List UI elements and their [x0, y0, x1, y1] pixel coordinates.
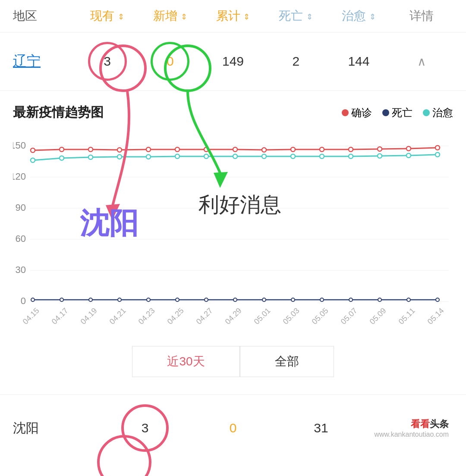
death-dot-4: [118, 298, 121, 301]
confirmed-dot-8: [233, 147, 237, 152]
shenyang-current: 3: [101, 404, 189, 452]
svg-text:05.14: 05.14: [426, 306, 446, 326]
liaoning-new: 0: [139, 42, 202, 81]
chart-legend: 确诊 死亡 治愈: [342, 106, 453, 120]
liaoning-cumulative: 149: [202, 54, 264, 69]
healed-dot-12: [349, 154, 353, 159]
header-current: 现有 ⇕: [76, 8, 139, 24]
death-dot: [382, 109, 389, 116]
svg-text:30: 30: [16, 264, 26, 275]
liaoning-current-circle: 3: [88, 42, 127, 81]
svg-text:05.01: 05.01: [252, 306, 272, 326]
healed-dot-7: [204, 154, 208, 159]
confirmed-dot-14: [406, 146, 411, 151]
watermark: 看看头条 www.kankantoutiao.com: [365, 418, 453, 438]
confirmed-dot-3: [88, 147, 93, 152]
chart-title: 最新疫情趋势图: [13, 104, 104, 121]
cumulative-sort-icon[interactable]: ⇕: [243, 12, 250, 22]
confirmed-dot-2: [60, 147, 64, 152]
header-new: 新增 ⇕: [139, 8, 202, 24]
svg-text:05.11: 05.11: [397, 306, 417, 326]
svg-text:04.17: 04.17: [50, 306, 70, 326]
healed-dot-3: [88, 155, 93, 159]
healed-dot: [423, 109, 430, 116]
filter-all[interactable]: 全部: [240, 346, 334, 377]
death-dot-2: [60, 298, 63, 301]
liaoning-death: 2: [264, 54, 327, 69]
svg-text:04.19: 04.19: [79, 306, 99, 326]
healed-dot-13: [378, 154, 382, 158]
healed-dot-5: [146, 155, 151, 159]
death-dot-12: [349, 298, 353, 301]
death-dot-5: [147, 298, 150, 301]
confirmed-dot-4: [117, 148, 122, 152]
confirmed-dot-15: [435, 146, 440, 150]
legend-healed: 治愈: [423, 106, 453, 120]
confirmed-dot-10: [291, 147, 295, 152]
shenyang-name: 沈阳: [13, 419, 101, 437]
healed-sort-icon[interactable]: ⇕: [369, 12, 376, 22]
svg-text:04.23: 04.23: [137, 306, 157, 326]
death-dot-7: [205, 298, 208, 301]
death-dot-6: [176, 298, 179, 301]
healed-dot-14: [406, 153, 411, 158]
shenyang-cumulative: 31: [277, 421, 365, 435]
svg-text:05.05: 05.05: [310, 306, 330, 326]
death-dot-13: [378, 298, 381, 301]
page-wrapper: 地区 现有 ⇕ 新增 ⇕ 累计 ⇕ 死亡 ⇕ 治愈 ⇕ 详情 辽宁 3 0: [0, 0, 466, 461]
death-dot-10: [291, 298, 295, 301]
healed-dot-1: [31, 158, 35, 162]
healed-dot-4: [117, 155, 122, 159]
death-dot-14: [407, 298, 410, 301]
confirmed-dot-1: [31, 148, 35, 152]
confirmed-dot-6: [175, 147, 179, 152]
liaoning-new-circle: 0: [151, 42, 189, 81]
header-healed: 治愈 ⇕: [327, 8, 390, 24]
header-detail: 详情: [390, 8, 453, 24]
healed-dot-2: [60, 156, 64, 160]
liaoning-row: 辽宁 3 0 149 2 144 ∧: [0, 32, 466, 91]
svg-text:04.27: 04.27: [195, 306, 214, 326]
healed-dot-10: [291, 154, 295, 159]
chart-svg: 150 120 90 60 30 0: [13, 130, 453, 337]
svg-text:04.29: 04.29: [224, 306, 243, 326]
death-sort-icon[interactable]: ⇕: [306, 12, 313, 22]
svg-text:04.21: 04.21: [108, 306, 128, 326]
healed-dot-11: [320, 154, 324, 159]
shenyang-watermark: 看看头条 www.kankantoutiao.com: [365, 418, 453, 438]
confirmed-dot-9: [262, 148, 266, 152]
new-sort-icon[interactable]: ⇕: [181, 12, 187, 22]
confirmed-dot-5: [146, 147, 151, 152]
legend-death: 死亡: [382, 106, 412, 120]
shenyang-new: 0: [189, 421, 277, 435]
confirmed-dot-12: [349, 147, 353, 152]
liaoning-name[interactable]: 辽宁: [13, 52, 76, 71]
healed-dot-15: [435, 152, 440, 157]
death-dot-1: [31, 298, 35, 301]
legend-confirmed: 确诊: [342, 106, 372, 120]
confirmed-dot-11: [320, 147, 324, 152]
svg-text:60: 60: [16, 233, 26, 244]
chart-section: 最新疫情趋势图 确诊 死亡 治愈 150: [0, 91, 466, 394]
chart-container: 150 120 90 60 30 0: [13, 130, 453, 337]
header-region: 地区: [13, 8, 76, 24]
current-sort-icon[interactable]: ⇕: [118, 12, 124, 22]
svg-text:120: 120: [13, 171, 26, 182]
filter-recent30[interactable]: 近30天: [132, 346, 239, 377]
liaoning-healed: 144: [327, 54, 390, 69]
header-death: 死亡 ⇕: [264, 8, 327, 24]
death-dot-3: [89, 298, 92, 301]
filter-buttons: 近30天 全部: [13, 346, 453, 377]
svg-text:0: 0: [21, 295, 26, 306]
confirmed-dot: [342, 109, 349, 116]
liaoning-current: 3: [76, 42, 139, 81]
confirmed-dot-13: [378, 147, 382, 151]
svg-text:04.15: 04.15: [21, 306, 41, 326]
svg-text:150: 150: [13, 140, 26, 151]
liaoning-detail-arrow[interactable]: ∧: [390, 54, 453, 69]
death-dot-11: [320, 298, 324, 301]
svg-text:05.07: 05.07: [339, 306, 359, 326]
svg-text:04.25: 04.25: [166, 306, 186, 326]
healed-dot-6: [175, 154, 179, 159]
confirmed-dot-7: [204, 147, 208, 152]
